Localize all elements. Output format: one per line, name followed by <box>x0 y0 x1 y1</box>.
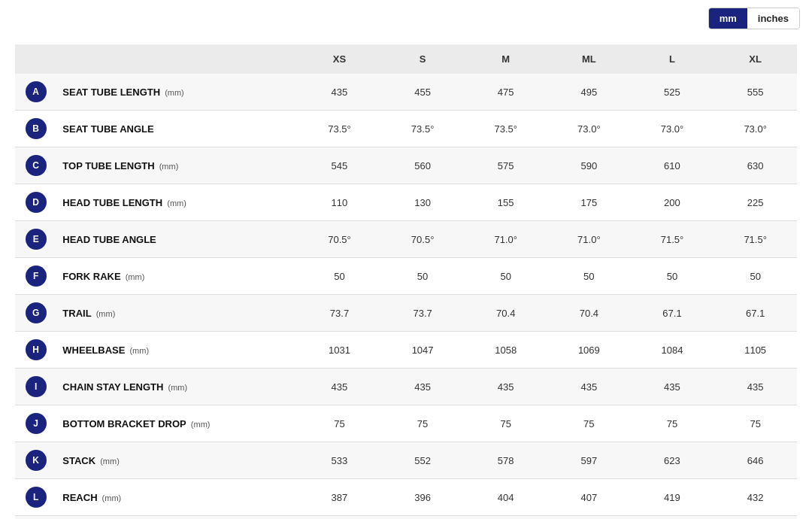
row-unit-label: (mm) <box>123 272 145 281</box>
badge-c: C <box>26 155 47 176</box>
row-value-s: 396 <box>381 479 465 516</box>
row-name-label: STACK <box>62 455 95 466</box>
row-name-cell: STACK (mm) <box>56 442 298 479</box>
row-value-xl: 432 <box>714 479 797 516</box>
row-value-xl: 646 <box>714 442 797 479</box>
table-row: HWHEELBASE (mm)103110471058106910841105 <box>15 332 797 369</box>
row-value-xs: 545 <box>298 147 381 184</box>
row-unit-label: (mm) <box>94 309 116 318</box>
row-value-ml: 71.0° <box>547 221 631 258</box>
row-value-s: 73.7 <box>381 295 465 332</box>
row-value-s: 552 <box>381 442 465 479</box>
header-xl: XL <box>714 44 797 74</box>
table-row: FFORK RAKE (mm)505050505050 <box>15 258 797 295</box>
row-value-l: 435 <box>631 369 714 405</box>
row-value-xl: 75 <box>714 405 797 442</box>
table-container: XS S M ML L XL ASEAT TUBE LENGTH (mm)435… <box>0 37 812 519</box>
row-badge-cell: F <box>15 258 56 295</box>
row-value-ml: 1069 <box>547 332 631 369</box>
row-value-xl: 1105 <box>714 332 797 369</box>
row-value-ml: 50 <box>547 258 631 295</box>
row-unit-label: (mm) <box>189 420 211 429</box>
row-name-label: CHAIN STAY LENGTH <box>62 381 163 393</box>
row-value-l: 50 <box>631 258 714 295</box>
row-value-xs: 1031 <box>298 332 381 369</box>
row-value-s: 75 <box>381 405 465 442</box>
row-value-xs: 533 <box>298 442 381 479</box>
row-value-xs: 73.5° <box>298 111 381 147</box>
row-value-l: 419 <box>631 479 714 516</box>
table-row: EHEAD TUBE ANGLE70.5°70.5°71.0°71.0°71.5… <box>15 221 797 258</box>
badge-d: D <box>26 192 47 213</box>
badge-a: A <box>26 81 47 102</box>
row-value-l: 1084 <box>631 332 714 369</box>
badge-i: I <box>26 376 47 397</box>
row-name-label: HEAD TUBE LENGTH <box>62 197 162 208</box>
row-value-l: 75 <box>631 405 714 442</box>
row-value-m: 73.5° <box>464 111 547 147</box>
row-value-s: 73.5° <box>381 111 465 147</box>
row-value-ml: 597 <box>547 442 631 479</box>
row-value-xl: 50 <box>714 258 797 295</box>
row-name-label: TRAIL <box>62 308 91 319</box>
row-badge-cell: H <box>15 332 56 369</box>
badge-h: H <box>26 339 47 360</box>
row-name-cell: REACH (mm) <box>56 479 298 516</box>
row-name-cell: HEAD TUBE LENGTH (mm) <box>56 184 298 221</box>
row-value-s: 50 <box>381 258 465 295</box>
row-name-label: TOP TUBE LENGTH <box>62 160 154 171</box>
row-badge-cell: J <box>15 405 56 442</box>
badge-e: E <box>26 229 47 250</box>
row-name-cell: TOP TUBE LENGTH (mm) <box>56 147 298 184</box>
mm-button[interactable]: mm <box>709 8 747 29</box>
row-unit-label: (mm) <box>127 346 149 355</box>
row-name-cell: HEAD TUBE ANGLE <box>56 221 298 258</box>
row-name-label: WHEELBASE <box>62 344 125 356</box>
row-name-cell: CHAIN STAY LENGTH (mm) <box>56 369 298 405</box>
row-value-l: 73.0° <box>631 111 714 147</box>
top-bar: mm inches <box>0 0 812 37</box>
header-l: L <box>631 44 714 74</box>
table-row: MSTAND OVER HEIGHT (mm)71873675677380082… <box>15 516 797 520</box>
row-value-xs: 50 <box>298 258 381 295</box>
row-value-s: 455 <box>381 74 465 111</box>
row-value-s: 560 <box>381 147 465 184</box>
row-value-m: 155 <box>464 184 547 221</box>
row-value-l: 67.1 <box>631 295 714 332</box>
table-row: KSTACK (mm)533552578597623646 <box>15 442 797 479</box>
row-unit-label: (mm) <box>157 162 179 171</box>
row-value-xl: 71.5° <box>714 221 797 258</box>
row-name-cell: WHEELBASE (mm) <box>56 332 298 369</box>
table-row: DHEAD TUBE LENGTH (mm)110130155175200225 <box>15 184 797 221</box>
table-row: ICHAIN STAY LENGTH (mm)43543543543543543… <box>15 369 797 405</box>
table-row: GTRAIL (mm)73.773.770.470.467.167.1 <box>15 295 797 332</box>
row-value-m: 578 <box>464 442 547 479</box>
row-value-m: 70.4 <box>464 295 547 332</box>
row-name-cell: SEAT TUBE ANGLE <box>56 111 298 147</box>
row-name-label: BOTTOM BRACKET DROP <box>62 418 186 429</box>
badge-b: B <box>26 118 47 139</box>
row-value-xs: 110 <box>298 184 381 221</box>
badge-k: K <box>26 450 47 471</box>
row-value-m: 575 <box>464 147 547 184</box>
row-value-xl: 225 <box>714 184 797 221</box>
inches-button[interactable]: inches <box>747 8 799 29</box>
row-badge-cell: G <box>15 295 56 332</box>
table-row: JBOTTOM BRACKET DROP (mm)757575757575 <box>15 405 797 442</box>
row-value-ml: 70.4 <box>547 295 631 332</box>
table-row: ASEAT TUBE LENGTH (mm)435455475495525555 <box>15 74 797 111</box>
row-badge-cell: E <box>15 221 56 258</box>
row-value-m: 71.0° <box>464 221 547 258</box>
row-value-ml: 590 <box>547 147 631 184</box>
header-ml: ML <box>547 44 631 74</box>
row-value-xs: 73.7 <box>298 295 381 332</box>
row-value-xs: 718 <box>298 516 381 520</box>
row-value-xl: 67.1 <box>714 295 797 332</box>
row-name-cell: STAND OVER HEIGHT (mm) <box>56 516 298 520</box>
row-badge-cell: I <box>15 369 56 405</box>
row-value-m: 475 <box>464 74 547 111</box>
row-value-l: 800 <box>631 516 714 520</box>
row-value-l: 525 <box>631 74 714 111</box>
row-name-cell: FORK RAKE (mm) <box>56 258 298 295</box>
table-header-row: XS S M ML L XL <box>15 44 797 74</box>
